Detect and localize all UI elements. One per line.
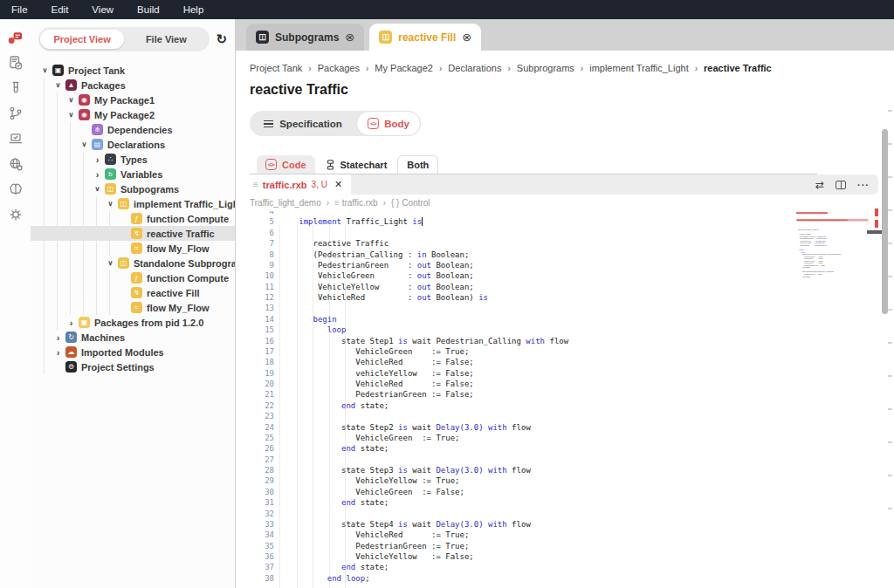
body-tab[interactable]: <> Body [356,111,421,136]
code-line-14[interactable]: 14 begin [250,314,894,325]
refresh-icon[interactable]: ↻ [216,31,229,47]
app-logo-icon[interactable] [7,29,24,46]
breadcrumb-item-project-tank[interactable]: Project Tank [250,63,302,73]
tree-item-label: My Package1 [94,95,155,106]
tab-code[interactable]: <> Code [257,155,315,174]
code-breadcrumb-item-control[interactable]: { } Control [391,198,430,208]
globe-settings-icon[interactable] [7,155,24,173]
code-line-13[interactable]: 13 [250,303,894,313]
tree-item-subpograms[interactable]: ∨◫Subpograms [31,181,235,196]
close-tab-icon[interactable]: ⊗ [462,31,471,44]
project-view-tab[interactable]: Project View [40,30,124,49]
tree-item-implement-traffic-light[interactable]: ∨◫implement Traffic_Light [31,196,235,211]
breadcrumb-item-implement-traffic-light[interactable]: implement Traffic_Light [589,63,689,73]
code-line-28[interactable]: 28 state Step3 is wait Delay(3.0) with f… [250,465,894,475]
code-line-27[interactable]: 27 [250,455,894,465]
tree-item-icon: ≈ [131,243,142,254]
code-line-19[interactable]: 19 vehicleYellow := False; [250,368,894,379]
tree-item-packages-from-pid-1-2-0[interactable]: ›▣Packages from pid 1.2.0 [31,315,235,330]
tab-both[interactable]: Both [397,155,438,174]
code-line-31[interactable]: 31 end state; [250,497,894,508]
list-icon [264,120,273,127]
code-line-26[interactable]: 26 end state; [250,443,894,454]
tree-item-reactive-fill[interactable]: ↯reactive Fill [31,285,235,300]
close-file-icon[interactable]: ✕ [334,179,342,190]
tree-item-my-package2[interactable]: ∨◉My Package2 [31,107,235,122]
code-line-21[interactable]: 21 PedestrianGreen := False; [250,389,894,400]
code-line-22[interactable]: 22 end state; [250,400,894,411]
split-view-icon[interactable] [836,181,846,189]
menu-view[interactable]: View [92,4,113,15]
breadcrumb-item-declarations[interactable]: Declarations [448,63,501,73]
minimap[interactable]: implement Traffic_Light is reactive Traf… [796,208,871,277]
code-line-36[interactable]: 36 VehicleYellow := False; [250,551,894,562]
tree-guide [44,196,57,211]
code-line-33[interactable]: 33 state Step4 is wait Delay(3.0) with f… [250,519,894,530]
code-line-29[interactable]: 29 VehicleYellow := True; [250,475,894,486]
line-number: 29 [250,475,285,486]
close-tab-icon[interactable]: ⊗ [345,31,354,44]
document-check-icon[interactable] [7,54,24,72]
code-text: end loop; [285,573,370,584]
editor-tab-reactive-fill[interactable]: ◫reactive Fill⊗ [369,24,481,51]
code-line-18[interactable]: 18 VehicleRed := False; [250,357,894,367]
code-line-30[interactable]: 30 VehicleGreen := False; [250,487,894,497]
code-line-35[interactable]: 35 PedestrianGreen := True; [250,541,894,551]
vertical-scrollbar-thumb[interactable] [882,129,888,314]
menu-edit[interactable]: Edit [52,4,69,15]
tree-item-my-package1[interactable]: ∨◉My Package1 [31,92,235,107]
code-line-24[interactable]: 24 state Step2 is wait Delay(3.0) with f… [250,422,894,433]
tree-item-function-compute[interactable]: ƒfunction Compute [31,211,235,226]
code-line-12[interactable]: 12 VehicleRed : out Boolean) is [250,292,894,303]
tree-item-project-tank[interactable]: ∨▣Project Tank [31,63,235,78]
git-branch-icon[interactable] [7,105,24,122]
code-line-17[interactable]: 17 VehicleGreen := True; [250,346,894,357]
tree-item-machines[interactable]: ›↻Machines [31,330,235,345]
tree-item-declarations[interactable]: ∨▤Declarations [31,137,235,152]
sync-icon[interactable]: ⇄ [815,179,824,191]
tree-item-dependencies[interactable]: ⋔Dependencies [31,122,235,137]
breadcrumb-item-packages[interactable]: Packages [318,63,360,73]
code-line-37[interactable]: 37 end state; [250,562,894,572]
code-breadcrumb-item-traffic-light-demo[interactable]: Traffic_light_demo [250,198,321,208]
more-options-icon[interactable]: ··· [857,180,870,190]
tree-item-imported-modules[interactable]: ›☁Imported Modules [31,345,235,359]
menu-help[interactable]: Help [183,4,204,15]
breadcrumb-item-my-package2[interactable]: My Package2 [375,63,433,73]
tree-item-flow-my-flow[interactable]: ≈flow My_Flow [31,300,235,315]
menu-build[interactable]: Build [137,4,160,15]
tree-item-variables[interactable]: ›bVariables [31,167,235,181]
tree-item-packages[interactable]: ∨▲Packages [31,78,235,92]
settings-gear-icon[interactable] [7,206,24,223]
tree-item-reactive-traffic[interactable]: ↯reactive Traffic [31,226,235,241]
tree-item-standalone-subprogram[interactable]: ∨◫Standalone Subprogram [31,256,235,270]
code-line-34[interactable]: 34 VehicleRed := True; [250,530,894,540]
tree-item-types[interactable]: ›∴Types [31,152,235,167]
code-line-16[interactable]: 16 state Step1 is wait Pedestrian_Callin… [250,336,894,346]
tab-statechart[interactable]: Statechart [317,156,396,174]
code-line-38[interactable]: 38 end loop; [250,573,894,584]
code-line-20[interactable]: 20 VehicleRed := False; [250,379,894,389]
file-tab-traffic-rxb[interactable]: ≡ traffic.rxb 3, U ✕ [250,174,351,195]
breadcrumb-separator: › [507,64,510,73]
code-line-11[interactable]: 11 VehicleYellow : out Boolean; [250,282,894,292]
tree-item-function-compute[interactable]: ƒfunction Compute [31,270,235,285]
code-breadcrumb-item-traffic-rxb[interactable]: ≡ traffic.rxb [334,198,378,208]
code-line-25[interactable]: 25 VehicleGreen := True; [250,433,894,443]
test-tube-icon[interactable] [7,79,24,97]
tree-item-flow-my-flow[interactable]: ≈flow My_Flow [31,241,235,256]
breadcrumb-item-reactive-traffic[interactable]: reactive Traffic [704,63,772,73]
code-line-23[interactable]: 23 [250,411,894,421]
code-line-32[interactable]: 32 [250,509,894,519]
code-line-15[interactable]: 15 loop [250,325,894,335]
menu-file[interactable]: File [11,4,28,15]
editor-tab-subpograms[interactable]: ◫Subpograms⊗ [246,24,364,51]
specification-tab[interactable]: Specification [250,119,356,129]
file-view-tab[interactable]: File View [124,30,208,49]
tree-item-project-settings[interactable]: ⚙Project Settings [31,359,235,374]
chevron-down-icon[interactable]: ∨ [39,66,51,74]
tree-guide [70,211,83,226]
brain-icon[interactable] [7,181,24,198]
breadcrumb-item-subprograms[interactable]: Subprograms [517,63,574,73]
laptop-check-icon[interactable] [7,130,24,147]
